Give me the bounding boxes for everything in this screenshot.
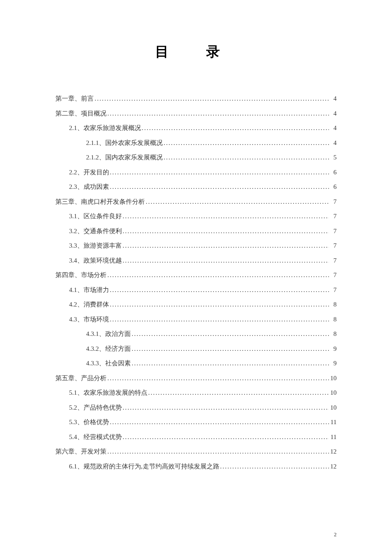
toc-label: 4.3、市场环境 [69,312,109,327]
toc-entry: 第二章、项目概况4 [55,106,337,121]
toc-label: 4.3.3、社会因素 [86,356,131,371]
toc-entry: 第三章、南虎口村开发条件分析7 [55,194,337,209]
toc-label: 3.4、政策环境优越 [69,253,122,268]
toc-leader-dots [94,91,329,106]
toc-entry: 3.1、区位条件良好7 [55,209,337,224]
toc-page-number: 10 [329,400,337,415]
toc-label: 4.2、消费群体 [69,297,109,312]
toc-entry: 4.1、市场潜力7 [55,283,337,298]
toc-leader-dots [219,459,329,474]
toc-label: 5.2、产品特色优势 [69,400,122,415]
toc-page-number: 10 [329,385,337,400]
toc-page-number: 7 [329,283,337,298]
toc-page-number: 7 [329,209,337,224]
toc-entry: 2.1.2、国内农家乐发展概况5 [55,150,337,165]
toc-label: 第三章、南虎口村开发条件分析 [55,194,145,209]
page-number: 2 [334,531,337,538]
toc-entry: 第六章、开发对策12 [55,444,337,459]
toc-entry: 6.1、规范政府的主体行为,走节约高效可持续发展之路12 [55,459,337,474]
toc-page-number: 11 [329,430,337,445]
page-title: 目 录 [55,43,337,61]
toc-label: 3.2、交通条件便利 [69,224,122,239]
toc-page-number: 11 [329,415,337,430]
toc-leader-dots [147,385,329,400]
toc-leader-dots [107,444,329,459]
toc-page-number: 8 [329,327,337,341]
toc-label: 第二章、项目概况 [55,106,107,121]
toc-page-number: 6 [329,165,337,180]
toc-leader-dots [109,415,329,430]
toc-label: 4.3.1、政治方面 [86,327,131,341]
toc-page-number: 4 [329,136,337,150]
toc-page-number: 7 [329,268,337,283]
toc-page-number: 9 [329,356,337,371]
toc-page-number: 4 [329,91,337,106]
toc-leader-dots [131,356,329,371]
toc-page-number: 12 [329,444,337,459]
toc-leader-dots [131,341,329,356]
toc-label: 2.1、农家乐旅游发展概况 [69,121,141,136]
toc-label: 5.1、农家乐旅游发展的特点 [69,385,147,400]
toc-page-number: 8 [329,312,337,327]
toc-page-number: 5 [329,150,337,165]
toc-entry: 3.2、交通条件便利7 [55,224,337,239]
toc-label: 3.3、旅游资源丰富 [69,238,122,253]
toc-page-number: 4 [329,106,337,121]
toc-page-number: 12 [329,459,337,474]
toc-entry: 2.2、开发目的6 [55,165,337,180]
toc-leader-dots [145,194,329,209]
toc-label: 2.2、开发目的 [69,165,109,180]
toc-entry: 2.1、农家乐旅游发展概况4 [55,121,337,136]
toc-page-number: 8 [329,297,337,312]
toc-entry: 5.4、经营模式优势11 [55,430,337,445]
toc-leader-dots [122,209,329,224]
toc-page-number: 7 [329,253,337,268]
toc-label: 6.1、规范政府的主体行为,走节约高效可持续发展之路 [69,459,219,474]
toc-label: 4.3.2、经济方面 [86,341,131,356]
toc-leader-dots [122,238,329,253]
toc-entry: 5.1、农家乐旅游发展的特点10 [55,385,337,400]
toc-label: 第四章、市场分析 [55,268,107,283]
toc-entry: 3.3、旅游资源丰富7 [55,238,337,253]
toc-leader-dots [109,283,329,298]
toc-label: 5.3、价格优势 [69,415,109,430]
toc-label: 2.3、成功因素 [69,179,109,194]
toc-entry: 4.3.2、经济方面9 [55,341,337,356]
toc-leader-dots [122,430,329,445]
toc-label: 第五章、产品分析 [55,371,107,386]
toc-leader-dots [122,400,329,415]
toc-leader-dots [109,312,329,327]
toc-label: 3.1、区位条件良好 [69,209,122,224]
toc-page-number: 7 [329,224,337,239]
toc-entry: 3.4、政策环境优越7 [55,253,337,268]
toc-page-number: 10 [329,371,337,386]
toc-leader-dots [109,297,329,312]
toc-label: 第一章、前言 [55,91,94,106]
toc-entry: 第五章、产品分析10 [55,371,337,386]
toc-entry: 2.1.1、国外农家乐发展概况4 [55,136,337,150]
toc-leader-dots [131,327,329,341]
toc-leader-dots [109,165,329,180]
toc-page-number: 4 [329,121,337,136]
toc-leader-dots [109,179,329,194]
toc-entry: 第四章、市场分析7 [55,268,337,283]
toc-entry: 4.3.3、社会因素9 [55,356,337,371]
toc-entry: 5.3、价格优势11 [55,415,337,430]
toc-entry: 5.2、产品特色优势10 [55,400,337,415]
toc-label: 第六章、开发对策 [55,444,107,459]
toc-leader-dots [122,253,329,268]
toc-leader-dots [107,268,329,283]
toc-leader-dots [122,224,329,239]
toc-label: 5.4、经营模式优势 [69,430,122,445]
toc-leader-dots [107,371,329,386]
toc-entry: 4.3、市场环境8 [55,312,337,327]
table-of-contents: 第一章、前言4第二章、项目概况42.1、农家乐旅游发展概况42.1.1、国外农家… [55,91,337,474]
toc-entry: 4.2、消费群体8 [55,297,337,312]
toc-leader-dots [163,150,329,165]
toc-page-number: 9 [329,341,337,356]
toc-page-number: 7 [329,238,337,253]
toc-leader-dots [107,106,329,121]
toc-label: 2.1.1、国外农家乐发展概况 [86,136,163,150]
toc-page-number: 6 [329,179,337,194]
toc-leader-dots [141,121,329,136]
